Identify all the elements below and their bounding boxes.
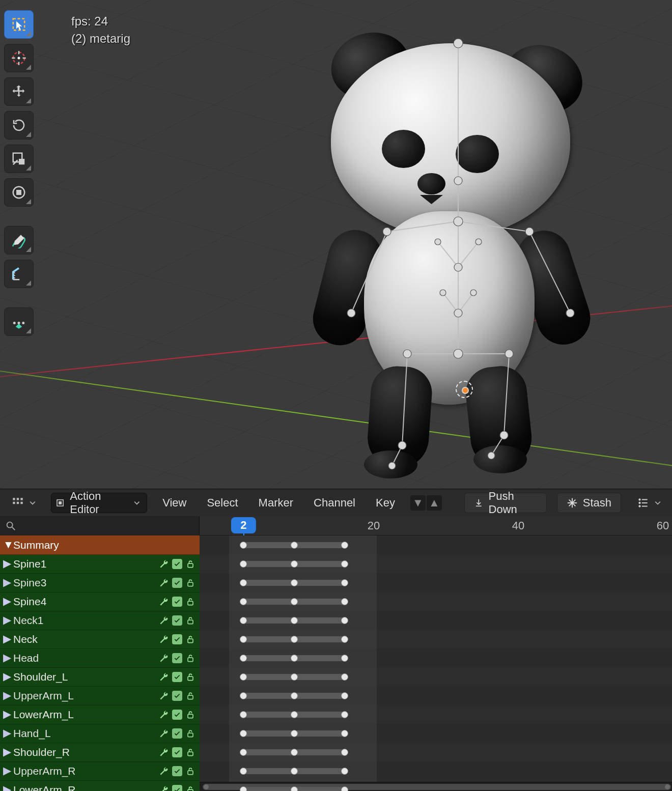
lock-icon[interactable] <box>185 597 195 607</box>
menu-view[interactable]: View <box>157 494 191 512</box>
mute-checkbox[interactable] <box>172 634 182 644</box>
keyframe[interactable] <box>240 692 247 699</box>
keyframe[interactable] <box>240 617 247 624</box>
channel-row[interactable]: ▶Neck <box>0 630 200 649</box>
channel-row[interactable]: ▶Spine3 <box>0 574 200 592</box>
channel-search[interactable] <box>0 516 200 535</box>
keyframe[interactable] <box>341 636 348 643</box>
mute-checkbox[interactable] <box>172 653 182 663</box>
lock-icon[interactable] <box>185 785 195 791</box>
menu-key[interactable]: Key <box>371 494 400 512</box>
keyframe[interactable] <box>291 786 298 791</box>
editor-type-menu[interactable] <box>6 494 41 512</box>
expand-icon[interactable]: ▶ <box>3 708 11 720</box>
mute-checkbox[interactable] <box>172 785 182 791</box>
expand-icon[interactable]: ▶ <box>3 595 11 607</box>
keyframe[interactable] <box>291 749 298 756</box>
move-tool[interactable] <box>4 77 34 106</box>
keyframe[interactable] <box>291 673 298 681</box>
cursor-tool[interactable] <box>4 44 34 72</box>
lock-icon[interactable] <box>185 710 195 720</box>
timeline-ruler[interactable]: 2 20406080100120 <box>0 516 672 535</box>
channel-row[interactable]: ▶Neck1 <box>0 611 200 630</box>
channel-list[interactable]: ▼Summary▶Spine1▶Spine3▶Spine4▶Neck1▶Neck… <box>0 535 200 791</box>
expand-icon[interactable]: ▶ <box>3 783 11 791</box>
key-track[interactable] <box>200 592 672 611</box>
expand-icon[interactable]: ▶ <box>3 614 11 626</box>
ruler-ticks[interactable]: 2 20406080100120 <box>200 516 672 535</box>
key-track[interactable] <box>200 648 672 667</box>
key-track[interactable] <box>200 761 672 780</box>
keyframe[interactable] <box>341 786 348 791</box>
key-track[interactable] <box>200 573 672 592</box>
summary-row[interactable]: ▼Summary <box>0 535 200 555</box>
keyframe[interactable] <box>240 579 247 586</box>
key-track[interactable] <box>200 743 672 761</box>
menu-select[interactable]: Select <box>202 494 243 512</box>
lock-icon[interactable] <box>185 653 195 663</box>
key-track[interactable] <box>200 705 672 724</box>
keyframe[interactable] <box>291 579 298 586</box>
mute-checkbox[interactable] <box>172 728 182 739</box>
lock-icon[interactable] <box>185 634 195 644</box>
lock-icon[interactable] <box>185 615 195 626</box>
keyframe[interactable] <box>240 655 247 662</box>
push-down-button[interactable]: Push Down <box>464 493 547 513</box>
keyframe[interactable] <box>291 692 298 699</box>
lock-icon[interactable] <box>185 747 195 757</box>
channel-row[interactable]: ▶Shoulder_L <box>0 668 200 687</box>
keyframe[interactable] <box>291 711 298 718</box>
key-track[interactable] <box>200 780 672 791</box>
lock-icon[interactable] <box>185 691 195 701</box>
mute-checkbox[interactable] <box>172 691 182 701</box>
keyframe[interactable] <box>240 598 247 605</box>
channel-row[interactable]: ▶Head <box>0 649 200 668</box>
measure-tool[interactable] <box>4 260 34 288</box>
header-overflow[interactable] <box>631 494 666 512</box>
sort-down-button[interactable]: ▼ <box>410 495 426 511</box>
keyframe[interactable] <box>240 730 247 737</box>
expand-icon[interactable]: ▶ <box>3 557 11 570</box>
transform-tool[interactable] <box>4 178 34 207</box>
keyframe[interactable] <box>341 730 348 737</box>
keyframe[interactable] <box>240 786 247 791</box>
mode-select[interactable]: Action Editor <box>51 493 147 513</box>
keyframe[interactable] <box>341 673 348 681</box>
keyframe[interactable] <box>240 542 247 549</box>
keyframe[interactable] <box>291 560 298 568</box>
expand-icon[interactable]: ▶ <box>3 765 11 777</box>
annotate-tool[interactable] <box>4 226 34 255</box>
keyframe[interactable] <box>341 711 348 718</box>
keyframe[interactable] <box>341 542 348 549</box>
keyframe[interactable] <box>341 560 348 568</box>
keyframe[interactable] <box>341 768 348 775</box>
mute-checkbox[interactable] <box>172 559 182 569</box>
breakdowner-tool[interactable] <box>4 307 34 336</box>
sort-up-button[interactable]: ▲ <box>427 495 442 511</box>
channel-row[interactable]: ▶LowerArm_L <box>0 705 200 724</box>
select-box-tool[interactable] <box>4 10 34 39</box>
keyframe[interactable] <box>341 749 348 756</box>
mute-checkbox[interactable] <box>172 615 182 626</box>
keyframe[interactable] <box>291 768 298 775</box>
keyframe[interactable] <box>291 598 298 605</box>
lock-icon[interactable] <box>185 578 195 588</box>
keyframe[interactable] <box>341 579 348 586</box>
expand-icon[interactable]: ▶ <box>3 633 11 645</box>
mute-checkbox[interactable] <box>172 578 182 588</box>
key-track[interactable] <box>200 535 672 554</box>
lock-icon[interactable] <box>185 728 195 739</box>
menu-channel[interactable]: Channel <box>309 494 360 512</box>
mute-checkbox[interactable] <box>172 597 182 607</box>
key-track[interactable] <box>200 686 672 705</box>
playhead[interactable]: 2 <box>231 517 256 533</box>
mute-checkbox[interactable] <box>172 766 182 776</box>
mute-checkbox[interactable] <box>172 710 182 720</box>
3d-viewport[interactable]: fps: 24 (2) metarig <box>0 0 672 489</box>
channel-row[interactable]: ▶Shoulder_R <box>0 743 200 762</box>
expand-icon[interactable]: ▶ <box>3 727 11 739</box>
keyframe[interactable] <box>341 617 348 624</box>
keyframe[interactable] <box>341 598 348 605</box>
mute-checkbox[interactable] <box>172 747 182 757</box>
channel-row[interactable]: ▶UpperArm_R <box>0 762 200 781</box>
